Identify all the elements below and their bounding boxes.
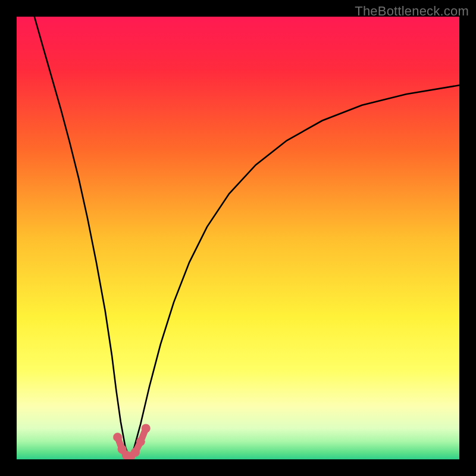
chart-frame <box>17 17 459 459</box>
bottleneck-chart <box>17 17 459 459</box>
watermark-text: TheBottleneck.com <box>355 4 469 19</box>
highlight-dot <box>136 437 145 446</box>
highlight-dot <box>142 424 151 433</box>
highlight-dot <box>131 448 140 457</box>
gradient-background <box>17 17 459 459</box>
highlight-dot <box>113 433 122 441</box>
